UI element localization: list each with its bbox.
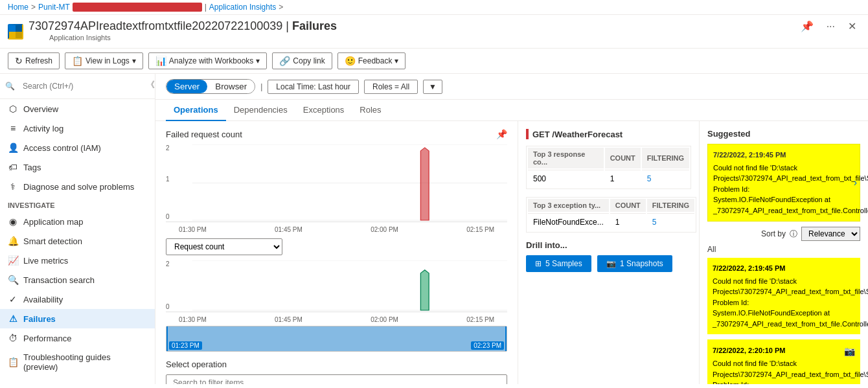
- snapshots-icon: 📷: [606, 259, 616, 268]
- sidebar-item-smart-detection[interactable]: 🔔 Smart detection: [0, 231, 155, 251]
- breadcrumb-punit[interactable]: Punit-MT: [38, 3, 70, 12]
- failures-icon: ⚠: [8, 314, 18, 324]
- main-layout: 🔍 《 ⬡ Overview ≡ Activity log 👤 Access c…: [0, 74, 868, 384]
- chart2-y-0: 0: [166, 303, 170, 310]
- refresh-button[interactable]: ↻ Refresh: [8, 52, 60, 69]
- sidebar-search-container: 🔍 《: [0, 74, 155, 99]
- time-filter-button[interactable]: Local Time: Last hour: [268, 80, 359, 94]
- chart-y-2: 2: [166, 144, 170, 152]
- sort-row: Sort by ⓘ Relevance: [707, 227, 860, 241]
- roles-filter-button[interactable]: Roles = All: [364, 80, 418, 94]
- chart-title: Failed request count 📌: [166, 129, 507, 139]
- tab-dependencies[interactable]: Dependencies: [226, 100, 295, 121]
- sidebar-item-availability[interactable]: ✓ Availability: [0, 290, 155, 309]
- add-filter-button[interactable]: ▼: [423, 80, 442, 94]
- svg-rect-11: [168, 326, 505, 351]
- sidebar-item-tags[interactable]: 🏷 Tags: [0, 157, 155, 177]
- filter-link[interactable]: 5: [647, 174, 652, 183]
- left-panel: Failed request count 📌 2 1 0: [155, 121, 518, 384]
- chart-y-1: 1: [166, 176, 170, 183]
- suggestion-card-3[interactable]: 7/22/2022, 2:20:10 PM 📷 Could not find f…: [707, 339, 860, 384]
- breadcrumb-redacted: [73, 3, 202, 12]
- suggestion-timestamp-1: 7/22/2022, 2:19:45 PM: [713, 150, 854, 161]
- exception-filter-link[interactable]: 5: [652, 218, 657, 227]
- sidebar-item-transaction-search[interactable]: 🔍 Transaction search: [0, 270, 155, 290]
- sidebar-item-performance[interactable]: ⏱ Performance: [0, 328, 155, 348]
- logs-icon: 📋: [72, 56, 83, 66]
- filter-cell[interactable]: 5: [642, 170, 689, 187]
- copy-link-button[interactable]: 🔗 Copy link: [272, 52, 332, 69]
- suggestion-timestamp-3: 7/22/2022, 2:20:10 PM: [713, 345, 786, 356]
- suggestion-arrow-1[interactable]: ›: [854, 177, 857, 188]
- suggestion-card-2[interactable]: 7/22/2022, 2:19:45 PM Could not find fil…: [707, 258, 860, 334]
- timeline-start-label: 01:23 PM: [169, 341, 202, 350]
- performance-icon: ⏱: [8, 333, 18, 343]
- smart-detection-icon: 🔔: [8, 236, 18, 246]
- operation-search-input[interactable]: [166, 374, 507, 384]
- suggested-title: Suggested: [707, 129, 860, 139]
- sidebar-item-app-map[interactable]: ◉ Application map: [0, 212, 155, 231]
- table-row: FileNotFoundExce... 1 5: [528, 213, 694, 231]
- tab-operations[interactable]: Operations: [166, 100, 226, 121]
- live-metrics-icon: 📈: [8, 255, 18, 266]
- access-control-icon: 👤: [8, 143, 18, 153]
- sidebar-item-failures[interactable]: ⚠ Failures: [0, 309, 155, 328]
- timeline-slider[interactable]: 01:23 PM 02:23 PM: [166, 326, 507, 352]
- breadcrumb-app-insights[interactable]: Application Insights: [209, 3, 276, 12]
- exception-count-cell: 1: [610, 213, 646, 231]
- samples-icon: ⊞: [535, 259, 542, 268]
- server-filter-button[interactable]: Server: [166, 80, 207, 93]
- drill-into-title: Drill into...: [526, 240, 691, 250]
- metric-dropdown[interactable]: Request count: [166, 238, 282, 255]
- sidebar-item-diagnose[interactable]: ⚕ Diagnose and solve problems: [0, 177, 155, 196]
- sidebar-item-activity-log[interactable]: ≡ Activity log: [0, 119, 155, 138]
- tags-icon: 🏷: [8, 162, 18, 172]
- select-operation-title: Select operation: [166, 359, 507, 369]
- refresh-icon: ↻: [15, 56, 23, 66]
- search-input[interactable]: [17, 79, 150, 93]
- sidebar-item-troubleshooting[interactable]: 📋 Troubleshooting guides(preview): [0, 348, 155, 376]
- sidebar-collapse-button[interactable]: 《: [146, 79, 155, 91]
- more-button[interactable]: ···: [823, 19, 839, 34]
- search-icon: 🔍: [5, 82, 15, 91]
- breadcrumb-home[interactable]: Home: [8, 3, 29, 12]
- get-title: GET /WeatherForecast: [526, 129, 691, 139]
- filter-bar: Server Browser | Local Time: Last hour R…: [155, 74, 868, 100]
- feedback-button[interactable]: 🙂 Feedback ▾: [337, 52, 406, 69]
- app-subtitle: Application Insights: [49, 34, 860, 41]
- suggestion-card-1[interactable]: 7/22/2022, 2:19:45 PM Could not find fil…: [707, 144, 860, 222]
- diagnose-icon: ⚕: [8, 181, 18, 192]
- browser-filter-button[interactable]: Browser: [207, 80, 255, 93]
- exception-filtering-header: FILTERING: [647, 199, 694, 212]
- suggestion-text-2: Could not find file 'D:\stack Projects\7…: [713, 277, 868, 328]
- drill-buttons: ⊞ 5 Samples 📷 1 Snapshots: [526, 255, 691, 272]
- samples-button[interactable]: ⊞ 5 Samples: [526, 255, 591, 272]
- exception-type-table: Top 3 exception ty... COUNT FILTERING Fi…: [526, 197, 696, 233]
- exception-type-cell: FileNotFoundExce...: [528, 213, 609, 231]
- info-icon: ⓘ: [790, 229, 797, 240]
- timeline-selection: [166, 326, 507, 351]
- snapshots-button[interactable]: 📷 1 Snapshots: [597, 255, 672, 272]
- svg-rect-0: [9, 25, 16, 32]
- svg-rect-3: [16, 32, 22, 38]
- chart-pin-button[interactable]: 📌: [496, 129, 507, 139]
- analyze-workbooks-button[interactable]: 📊 Analyze with Workbooks ▾: [148, 52, 268, 69]
- close-button[interactable]: ✕: [844, 19, 860, 34]
- filter-icon: ▼: [429, 82, 437, 91]
- sidebar-item-overview[interactable]: ⬡ Overview: [0, 99, 155, 119]
- count-cell: 1: [605, 170, 641, 187]
- response-code-table: Top 3 response co... COUNT FILTERING 500…: [526, 146, 691, 189]
- panel-split: Failed request count 📌 2 1 0: [155, 121, 868, 384]
- chart-y-0: 0: [166, 213, 170, 220]
- tab-exceptions[interactable]: Exceptions: [295, 100, 352, 121]
- response-code-header: Top 3 response co...: [528, 148, 604, 168]
- view-in-logs-button[interactable]: 📋 View in Logs ▾: [65, 52, 143, 69]
- exception-filter-cell[interactable]: 5: [647, 213, 694, 231]
- tab-roles[interactable]: Roles: [352, 100, 389, 121]
- title-bar: 73072974APIreadtextfromtxtfile2022072210…: [0, 15, 868, 49]
- pin-button[interactable]: 📌: [797, 19, 817, 34]
- response-code-cell: 500: [528, 170, 604, 187]
- sidebar-item-access-control[interactable]: 👤 Access control (IAM): [0, 138, 155, 157]
- sort-select[interactable]: Relevance: [801, 227, 860, 241]
- sidebar-item-live-metrics[interactable]: 📈 Live metrics: [0, 251, 155, 270]
